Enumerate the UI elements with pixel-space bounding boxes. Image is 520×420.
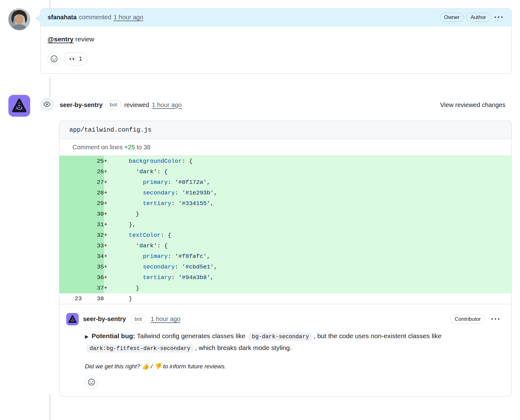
potential-bug-label: Potential bug:: [92, 332, 135, 339]
contributor-badge: Contributor: [450, 315, 485, 324]
feedback-text-1: Did we get this right?: [85, 363, 142, 370]
diff-line-added: 27+ primary: '#0f172a',: [59, 177, 511, 188]
avatar-photo-image: [8, 8, 30, 30]
seer-logo-icon: [67, 314, 77, 324]
timeline-review-badge: [40, 97, 54, 111]
review-card: app/tailwind.config.js Comment on lines …: [59, 121, 512, 396]
owner-badge: Owner: [440, 13, 464, 22]
bug-text-2: , but the code uses non-existent classes…: [314, 332, 442, 339]
code-span-bg-dark-secondary: bg-dark-secondary: [249, 333, 312, 341]
review-timeline-item: seer-by-sentry bot reviewed 1 hour ago V…: [8, 95, 512, 115]
avatar-sfanahata[interactable]: [8, 8, 30, 30]
comment-on-lines-note: Comment on lines +25 to 38: [59, 139, 511, 156]
view-reviewed-changes-link[interactable]: View reviewed changes: [440, 101, 505, 109]
add-reaction-button[interactable]: [85, 376, 98, 389]
diff-line-added: 30+ }: [59, 209, 511, 219]
comment-header: sfanahata commented 1 hour ago Owner Aut…: [41, 9, 511, 26]
reactions-bar: 👀 1: [48, 52, 504, 65]
comment-on-lines-prefix: Comment on lines: [72, 144, 124, 151]
review-author-link[interactable]: seer-by-sentry: [60, 101, 103, 109]
inline-comment-options-button[interactable]: [490, 314, 501, 324]
thumbs-up-down-icons: 👍 / 👎: [142, 363, 161, 370]
details-disclosure-icon[interactable]: ▶: [85, 334, 89, 339]
comment-text: review: [74, 35, 95, 43]
review-action-label: reviewed: [124, 101, 149, 109]
author-badge: Author: [466, 13, 490, 22]
pr-conversation-page: sfanahata commented 1 hour ago Owner Aut…: [0, 0, 520, 420]
timeline-comment: sfanahata commented 1 hour ago Owner Aut…: [8, 8, 512, 74]
diff-line-added: 35+ secondary: '#cbd5e1',: [59, 262, 511, 272]
reaction-count: 1: [79, 55, 82, 62]
inline-comment-body: ▶Potential bug: Tailwind config generate…: [85, 330, 477, 354]
comment-body: @sentry review 👀 1: [41, 26, 511, 73]
bot-badge: bot: [130, 315, 146, 324]
diff-line-context: 2338 }: [59, 293, 511, 304]
bug-text-1: Tailwind config generates classes like: [135, 332, 247, 339]
kebab-menu-icon: [491, 315, 499, 323]
diff-line-added: 29+ tertiary: '#334155',: [59, 198, 511, 209]
comment-timestamp-link[interactable]: 1 hour ago: [114, 14, 143, 21]
review-header-line: seer-by-sentry bot reviewed 1 hour ago V…: [60, 95, 512, 115]
eyes-reaction-button[interactable]: 👀 1: [64, 52, 87, 65]
smiley-icon: [88, 379, 95, 385]
diff-line-added: 32+ textColor: {: [59, 230, 511, 240]
timeline-line: [49, 394, 50, 420]
diff-line-added: 26+ 'dark': {: [59, 166, 511, 177]
diff-line-added: 36+ tertiary: '#94a3b8',: [59, 272, 511, 283]
feedback-prompt: Did we get this right? 👍 / 👎 to inform f…: [85, 363, 501, 370]
diff-file-path[interactable]: app/tailwind.config.js: [59, 121, 511, 139]
comment-box: sfanahata commented 1 hour ago Owner Aut…: [40, 8, 512, 74]
diff-line-added: 34+ primary: '#f8fafc',: [59, 251, 511, 262]
bug-text-3: , which breaks dark mode styling.: [195, 344, 291, 351]
avatar-seer-by-sentry-small[interactable]: [66, 313, 79, 325]
inline-review-comment: seer-by-sentry bot 1 hour ago Contributo…: [59, 304, 511, 396]
diff-line-added: 33+ 'dark': {: [59, 240, 511, 251]
diff-line-added: 37+ }: [59, 283, 511, 293]
mention-link[interactable]: @sentry: [48, 35, 74, 43]
comment-options-button[interactable]: [493, 12, 504, 23]
comment-on-lines-start: +25: [124, 144, 135, 151]
eyes-emoji-icon: 👀: [69, 55, 76, 62]
feedback-text-2: to inform future reviews.: [161, 363, 226, 370]
eye-icon: [44, 101, 50, 108]
add-reaction-button[interactable]: [48, 52, 61, 65]
comment-caret: [36, 15, 41, 21]
seer-logo-icon: [11, 97, 28, 114]
diff-line-added: 25+ backgroundColor: {: [59, 156, 511, 166]
comment-on-lines-end: 38: [143, 144, 150, 151]
bot-badge: bot: [105, 100, 122, 110]
diff-line-added: 31+ },: [59, 219, 511, 230]
timeline-line: [49, 78, 50, 97]
comment-author-link[interactable]: sfanahata: [48, 14, 77, 21]
smiley-icon: [51, 55, 58, 62]
avatar-seer-by-sentry[interactable]: [8, 95, 30, 117]
inline-comment-timestamp-link[interactable]: 1 hour ago: [151, 315, 180, 323]
kebab-menu-icon: [494, 13, 503, 21]
comment-action-label: commented: [79, 14, 111, 21]
diff-line-added: 28+ secondary: '#1e293b',: [59, 188, 511, 198]
review-timestamp-link[interactable]: 1 hour ago: [152, 101, 182, 109]
inline-comment-header: seer-by-sentry bot 1 hour ago Contributo…: [66, 313, 501, 325]
diff-table-body: 25+ backgroundColor: {26+ 'dark': {27+ p…: [59, 156, 511, 304]
code-span-dark-bg-fitfest: dark:bg-fitfest-dark-secondary: [86, 344, 193, 352]
comment-on-lines-to: to: [135, 144, 144, 151]
diff-table: 25+ backgroundColor: {26+ 'dark': {27+ p…: [59, 156, 511, 304]
inline-comment-author-link[interactable]: seer-by-sentry: [83, 315, 126, 323]
